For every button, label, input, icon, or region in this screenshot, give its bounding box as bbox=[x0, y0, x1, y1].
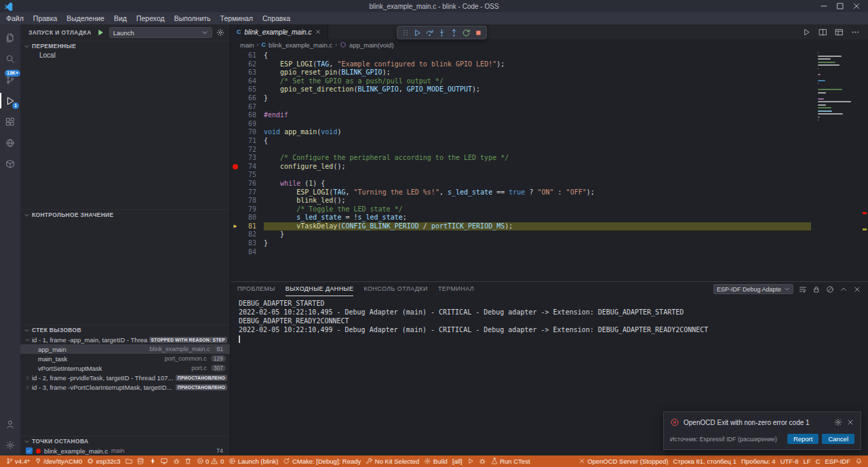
minimize-button[interactable] bbox=[816, 0, 831, 12]
status-debug[interactable] bbox=[477, 455, 489, 467]
panel-maximize-icon[interactable] bbox=[840, 285, 848, 293]
menu-item-Правка[interactable]: Правка bbox=[28, 12, 62, 24]
status-ctest[interactable]: Run CTest bbox=[488, 455, 532, 467]
word-wrap-icon[interactable] bbox=[799, 285, 807, 293]
activity-extensions[interactable] bbox=[0, 111, 20, 132]
activity-search[interactable] bbox=[0, 48, 20, 69]
status-project-folder[interactable] bbox=[123, 455, 135, 467]
code-line-71[interactable]: 71{ bbox=[231, 137, 868, 146]
callstack-thread[interactable]: id - 3, frame -vPortClearInterruptMask, … bbox=[20, 382, 230, 392]
activity-run-debug[interactable]: 1 bbox=[0, 90, 20, 111]
breadcrumb-item[interactable]: main bbox=[240, 41, 254, 49]
panel-tab-КОНСОЛЬ ОТЛАДКИ[interactable]: КОНСОЛЬ ОТЛАДКИ bbox=[363, 282, 427, 296]
tab-blink-example-main[interactable]: C blink_example_main.c bbox=[231, 24, 328, 39]
menu-item-Выполнить[interactable]: Выполнить bbox=[170, 12, 216, 24]
run-or-debug-button[interactable] bbox=[802, 28, 811, 37]
activity-accounts[interactable] bbox=[0, 413, 20, 434]
report-button[interactable]: Report bbox=[787, 434, 819, 444]
panel-tab-ТЕРМИНАЛ[interactable]: ТЕРМИНАЛ bbox=[438, 282, 474, 296]
gutter-glyph[interactable]: ▶ bbox=[231, 224, 240, 229]
more-actions-button[interactable] bbox=[851, 28, 860, 37]
code-line-77[interactable]: 77 ESP_LOGI(TAG, "Turning the LED %s!", … bbox=[231, 188, 868, 197]
status-serial-port[interactable]: /dev/ttyACM0 bbox=[32, 455, 85, 467]
status-debug-device[interactable] bbox=[170, 455, 182, 467]
status-device-target[interactable]: esp32c3 bbox=[85, 455, 123, 467]
status-erase-flash[interactable] bbox=[182, 455, 195, 467]
menu-item-Вид[interactable]: Вид bbox=[109, 12, 132, 24]
status-espidf[interactable]: ESP-IDF bbox=[823, 455, 852, 467]
callstack-section-header[interactable]: СТЕК ВЫЗОВОВ bbox=[20, 325, 230, 335]
output-channel-select[interactable]: ESP-IDF Debug Adapte bbox=[713, 284, 793, 294]
status-cursor-position[interactable]: Строка 81, столбец 1 bbox=[671, 455, 739, 467]
status-encoding[interactable]: UTF-8 bbox=[778, 455, 801, 467]
menu-item-Файл[interactable]: Файл bbox=[1, 12, 28, 24]
variables-section-header[interactable]: ПЕРЕМЕННЫЕ bbox=[20, 41, 230, 51]
menu-item-Справка[interactable]: Справка bbox=[258, 12, 295, 24]
callstack-frame[interactable]: main_taskport_common.c129 bbox=[20, 354, 230, 363]
code-line-63[interactable]: 63 gpio_reset_pin(BLINK_GPIO); bbox=[231, 68, 868, 77]
code-line-72[interactable]: 72 bbox=[231, 146, 868, 155]
code-line-75[interactable]: 75 bbox=[231, 171, 868, 180]
breakpoint-icon[interactable] bbox=[233, 164, 238, 169]
breakpoint-checkbox[interactable] bbox=[26, 447, 33, 454]
debug-settings-gear-icon[interactable] bbox=[216, 28, 224, 37]
activity-remote-explorer[interactable] bbox=[0, 132, 20, 153]
activity-explorer[interactable] bbox=[0, 27, 20, 48]
step-into-button[interactable] bbox=[436, 27, 448, 38]
layout-button[interactable] bbox=[835, 28, 844, 37]
code-line-61[interactable]: 61{ bbox=[231, 52, 868, 60]
lock-icon[interactable] bbox=[812, 285, 821, 293]
status-problems[interactable]: 00 bbox=[194, 455, 226, 467]
status-build-target[interactable]: [all] bbox=[450, 455, 465, 467]
drag-handle-icon[interactable] bbox=[399, 27, 411, 38]
menu-item-Терминал[interactable]: Терминал bbox=[216, 12, 258, 24]
code-line-80[interactable]: 80 s_led_state = !s_led_state; bbox=[231, 214, 868, 222]
code-line-84[interactable]: 84 bbox=[231, 248, 868, 257]
close-button[interactable] bbox=[849, 0, 864, 12]
panel-tab-ПРОБЛЕМЫ[interactable]: ПРОБЛЕМЫ bbox=[237, 282, 275, 296]
clear-output-icon[interactable] bbox=[826, 285, 834, 293]
breakpoints-section-header[interactable]: ТОЧКИ ОСТАНОВА bbox=[20, 436, 230, 446]
code-line-70[interactable]: 70void app_main(void) bbox=[231, 128, 868, 137]
activity-settings[interactable] bbox=[0, 434, 20, 455]
code-line-81[interactable]: ▶81 vTaskDelay(CONFIG_BLINK_PERIOD / por… bbox=[231, 222, 868, 231]
code-line-62[interactable]: 62 ESP_LOGI(TAG, "Example configured to … bbox=[231, 60, 868, 69]
notification-settings-icon[interactable] bbox=[834, 418, 842, 426]
callstack-thread[interactable]: id - 2, frame -prvIdleTask, targetID - T… bbox=[20, 373, 230, 382]
status-launch-target[interactable]: Launch (blink) bbox=[226, 455, 281, 467]
stop-button[interactable] bbox=[473, 27, 484, 38]
notification-close-icon[interactable] bbox=[846, 418, 854, 426]
status-build[interactable]: Build bbox=[422, 455, 450, 467]
code-line-66[interactable]: 66} bbox=[231, 94, 868, 103]
activity-espressif[interactable] bbox=[0, 153, 20, 174]
status-openocd-status[interactable]: OpenOCD Server (Stopped) bbox=[576, 455, 671, 467]
callstack-thread[interactable]: id - 1, frame -app_main, targetID - Thre… bbox=[20, 335, 230, 344]
code-line-67[interactable]: 67 bbox=[231, 103, 868, 112]
code-area[interactable]: 61{62 ESP_LOGI(TAG, "Example configured … bbox=[231, 50, 868, 281]
code-line-74[interactable]: 74 configure_led(); bbox=[231, 163, 868, 171]
code-line-69[interactable]: 69 bbox=[231, 120, 868, 129]
status-cmake-status[interactable]: CMake: [Debug]: Ready bbox=[281, 455, 363, 467]
code-line-65[interactable]: 65 gpio_set_direction(BLINK_GPIO, GPIO_M… bbox=[231, 85, 868, 94]
code-line-79[interactable]: 79 /* Toggle the LED state */ bbox=[231, 205, 868, 214]
menu-item-Переход[interactable]: Переход bbox=[132, 12, 170, 24]
breakpoint-item[interactable]: blink_example_main.cmain74 bbox=[20, 446, 230, 455]
step-over-button[interactable] bbox=[424, 27, 435, 38]
code-line-73[interactable]: 73 /* Configure the peripheral according… bbox=[231, 154, 868, 163]
cancel-button[interactable]: Cancel bbox=[822, 434, 854, 444]
status-flash[interactable] bbox=[146, 455, 159, 467]
code-line-68[interactable]: 68#endif bbox=[231, 111, 868, 120]
split-editor-button[interactable] bbox=[818, 28, 827, 37]
tab-close-icon[interactable] bbox=[315, 28, 321, 35]
maximize-button[interactable] bbox=[833, 0, 848, 12]
watch-section-header[interactable]: КОНТРОЛЬНОЕ ЗНАЧЕНИЕ bbox=[20, 209, 230, 220]
panel-close-icon[interactable] bbox=[853, 285, 861, 293]
status-eol[interactable]: LF bbox=[801, 455, 813, 467]
minimap[interactable] bbox=[818, 52, 857, 125]
code-line-82[interactable]: 82 } bbox=[231, 230, 868, 239]
step-out-button[interactable] bbox=[448, 27, 460, 38]
status-notifications[interactable] bbox=[853, 455, 865, 467]
variables-scope[interactable]: Local bbox=[20, 51, 230, 60]
code-line-78[interactable]: 78 blink_led(); bbox=[231, 197, 868, 205]
breadcrumb-item[interactable]: blink_example_main.c bbox=[269, 41, 332, 49]
